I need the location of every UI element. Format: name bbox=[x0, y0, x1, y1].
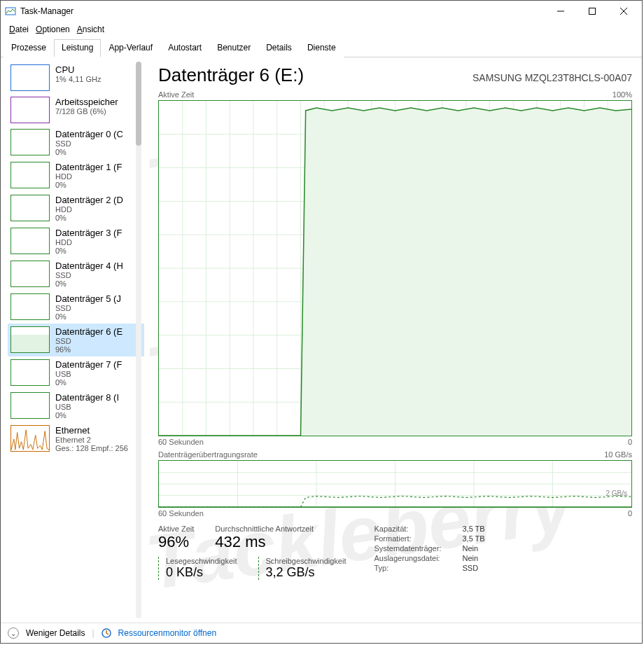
sidebar-thumb bbox=[10, 97, 50, 123]
svg-rect-0 bbox=[6, 8, 15, 15]
avg-response-value: 432 ms bbox=[215, 533, 314, 551]
sidebar-thumb bbox=[10, 293, 50, 320]
sidebar-item-9[interactable]: Datenträger 7 (FUSB0% bbox=[8, 356, 144, 389]
app-icon bbox=[5, 6, 16, 17]
menu-options[interactable]: Optionen bbox=[33, 23, 73, 36]
sidebar-item-line3: 0% bbox=[55, 312, 121, 321]
sidebar-item-title: Datenträger 4 (H bbox=[55, 261, 123, 271]
sidebar-item-line3: 0% bbox=[55, 181, 122, 189]
sidebar-item-title: Datenträger 6 (E bbox=[55, 326, 122, 337]
sidebar-item-7[interactable]: Datenträger 5 (JSSD0% bbox=[8, 291, 144, 324]
active-time-value: 96% bbox=[158, 533, 194, 551]
sidebar-item-1[interactable]: Arbeitsspeicher7/128 GB (6%) bbox=[8, 94, 144, 126]
sidebar-item-title: Ethernet bbox=[55, 425, 128, 436]
tab-users[interactable]: Benutzer bbox=[209, 39, 258, 57]
page-title: Datenträger 6 (E:) bbox=[158, 64, 304, 86]
menubar: Datei Optionen Ansicht bbox=[1, 22, 642, 37]
sidebar-thumb bbox=[10, 129, 50, 155]
resource-monitor-icon bbox=[102, 628, 111, 638]
performance-sidebar: CPU1% 4,11 GHzArbeitsspeicher7/128 GB (6… bbox=[1, 57, 144, 623]
sidebar-item-0[interactable]: CPU1% 4,11 GHz bbox=[8, 62, 144, 94]
sidebar-item-line3: Ges.: 128 Empf.: 256 bbox=[55, 444, 128, 452]
sidebar-item-title: Datenträger 1 (F bbox=[55, 162, 122, 172]
sidebar-thumb bbox=[10, 261, 50, 287]
sidebar-item-title: Datenträger 8 (I bbox=[55, 392, 119, 403]
sidebar-item-line2: HDD bbox=[55, 238, 122, 247]
sidebar-item-line3: 0% bbox=[55, 411, 119, 419]
active-time-label: Aktive Zeit bbox=[158, 525, 194, 533]
sidebar-item-title: Datenträger 5 (J bbox=[55, 293, 121, 304]
sidebar-thumb bbox=[10, 228, 50, 254]
sidebar-item-line3: 96% bbox=[55, 345, 122, 354]
active-time-chart bbox=[158, 100, 632, 436]
sidebar-scrollbar[interactable] bbox=[133, 62, 144, 618]
sidebar-item-title: CPU bbox=[55, 64, 101, 75]
transfer-rate-chart: 2 GB/s bbox=[158, 460, 632, 508]
avg-response-label: Durchschnittliche Antwortzeit bbox=[215, 525, 314, 533]
sidebar-item-6[interactable]: Datenträger 4 (HSSD0% bbox=[8, 258, 144, 291]
disk-properties: Kapazität:3,5 TB Formatiert:3,5 TB Syste… bbox=[374, 525, 484, 572]
sidebar-item-3[interactable]: Datenträger 1 (FHDD0% bbox=[8, 159, 144, 192]
sidebar-item-line2: USB bbox=[55, 403, 119, 411]
sidebar-item-line2: Ethernet 2 bbox=[55, 436, 128, 444]
sidebar-item-10[interactable]: Datenträger 8 (IUSB0% bbox=[8, 389, 144, 422]
chart1-x-left: 60 Sekunden bbox=[158, 438, 204, 446]
write-speed-value: 3,2 GB/s bbox=[266, 565, 346, 580]
sidebar-item-11[interactable]: EthernetEthernet 2Ges.: 128 Empf.: 256 bbox=[8, 422, 144, 455]
sidebar-thumb bbox=[10, 425, 50, 452]
tab-details[interactable]: Details bbox=[258, 39, 300, 57]
sidebar-item-5[interactable]: Datenträger 3 (FHDD0% bbox=[8, 225, 144, 258]
chart1-x-right: 0 bbox=[628, 438, 632, 446]
chart2-inner-label: 2 GB/s bbox=[606, 490, 627, 497]
sidebar-item-line2: HDD bbox=[55, 205, 123, 214]
tab-services[interactable]: Dienste bbox=[300, 39, 344, 57]
chart2-x-left: 60 Sekunden bbox=[158, 509, 204, 518]
performance-detail: Tackleberry Tackleberry Tackleberry Date… bbox=[144, 57, 642, 623]
menu-file[interactable]: Datei bbox=[6, 23, 31, 36]
sidebar-item-line2: 1% 4,11 GHz bbox=[55, 75, 101, 83]
sidebar-item-line3: 0% bbox=[55, 279, 123, 288]
chart2-x-right: 0 bbox=[628, 509, 632, 518]
tabs: Prozesse Leistung App-Verlauf Autostart … bbox=[1, 39, 642, 57]
sidebar-item-title: Datenträger 7 (F bbox=[55, 359, 122, 370]
sidebar-thumb bbox=[10, 162, 50, 188]
tab-app-history[interactable]: App-Verlauf bbox=[101, 39, 160, 57]
sidebar-item-8[interactable]: Datenträger 6 (ESSD96% bbox=[8, 324, 144, 356]
close-button[interactable] bbox=[608, 1, 639, 21]
read-speed-value: 0 KB/s bbox=[166, 565, 237, 580]
tab-startup[interactable]: Autostart bbox=[160, 39, 209, 57]
sidebar-item-line2: 7/128 GB (6%) bbox=[55, 107, 118, 116]
window-title: Task-Manager bbox=[20, 6, 545, 16]
sidebar-item-line2: SSD bbox=[55, 271, 123, 279]
titlebar: Task-Manager bbox=[1, 1, 642, 22]
sidebar-item-4[interactable]: Datenträger 2 (DHDD0% bbox=[8, 192, 144, 225]
sidebar-item-line2: HDD bbox=[55, 172, 122, 181]
sidebar-thumb bbox=[10, 195, 50, 221]
sidebar-item-line3: 0% bbox=[55, 378, 122, 387]
menu-view[interactable]: Ansicht bbox=[74, 23, 107, 36]
sidebar-item-line2: SSD bbox=[55, 304, 121, 312]
sidebar-item-line2: SSD bbox=[55, 139, 123, 148]
sidebar-thumb bbox=[10, 392, 50, 419]
chart1-right-label: 100% bbox=[612, 90, 632, 99]
footer: ⌄ Weniger Details | Ressourcenmonitor öf… bbox=[1, 623, 642, 643]
fewer-details-link[interactable]: Weniger Details bbox=[26, 628, 85, 638]
write-speed-label: Schreibgeschwindigkeit bbox=[266, 557, 346, 565]
maximize-button[interactable] bbox=[576, 1, 608, 21]
sidebar-item-line3: 0% bbox=[55, 214, 123, 222]
sidebar-item-title: Arbeitsspeicher bbox=[55, 97, 118, 107]
sidebar-item-title: Datenträger 0 (C bbox=[55, 129, 123, 139]
tab-processes[interactable]: Prozesse bbox=[4, 39, 54, 57]
sidebar-item-line3: 0% bbox=[55, 148, 123, 156]
sidebar-thumb bbox=[10, 326, 50, 353]
tab-performance[interactable]: Leistung bbox=[54, 39, 101, 57]
open-resource-monitor-link[interactable]: Ressourcenmonitor öffnen bbox=[118, 628, 217, 638]
sidebar-thumb bbox=[10, 359, 50, 386]
sidebar-item-line3: 0% bbox=[55, 247, 122, 255]
chevron-down-icon[interactable]: ⌄ bbox=[8, 627, 19, 639]
sidebar-item-2[interactable]: Datenträger 0 (CSSD0% bbox=[8, 126, 144, 159]
minimize-button[interactable] bbox=[545, 1, 576, 21]
chart1-left-label: Aktive Zeit bbox=[158, 90, 194, 99]
svg-rect-2 bbox=[589, 8, 595, 15]
sidebar-item-title: Datenträger 2 (D bbox=[55, 195, 123, 205]
